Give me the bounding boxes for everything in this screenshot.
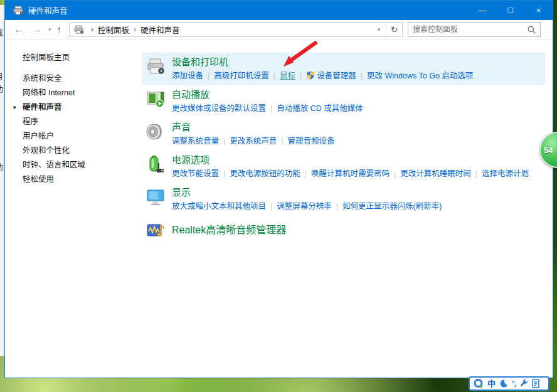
- punctuation-icon[interactable]: °,: [512, 379, 516, 389]
- link-separator: |: [219, 169, 230, 178]
- link-separator: |: [219, 137, 230, 146]
- link-separator: |: [471, 169, 482, 178]
- task-link[interactable]: 调整屏幕分辨率: [277, 202, 332, 211]
- printer-icon: [146, 56, 166, 77]
- history-dropdown-icon[interactable]: ▾: [46, 20, 53, 39]
- link-separator: |: [269, 72, 280, 80]
- task-link[interactable]: 更改电源按钮的功能: [230, 169, 300, 178]
- realtek-audio-icon: [146, 221, 166, 241]
- section-title-devices-printers[interactable]: 设备和打印机: [172, 56, 228, 68]
- sidebar-item[interactable]: 程序: [23, 115, 142, 129]
- section-links: 更改媒体或设备的默认设置|自动播放 CD 或其他媒体: [172, 103, 363, 114]
- section-links: 放大或缩小文本和其他项目|调整屏幕分辨率|如何更正显示器闪烁(刷新率): [172, 201, 442, 212]
- task-link[interactable]: 更改媒体或设备的默认设置: [172, 104, 266, 113]
- hardware-sound-icon: [13, 6, 24, 16]
- section-links: 调整系统音量|更改系统声音|管理音频设备: [172, 135, 335, 147]
- section-title-power-options[interactable]: 电源选项: [172, 154, 210, 166]
- active-bullet-icon: •: [13, 100, 16, 115]
- task-link[interactable]: 调整系统音量: [172, 137, 219, 146]
- task-link[interactable]: 管理音频设备: [288, 137, 335, 146]
- sogou-logo-icon[interactable]: [474, 379, 484, 389]
- badge-value: 54: [544, 146, 553, 155]
- ime-chinese-mode[interactable]: 中: [487, 379, 496, 389]
- task-link[interactable]: 如何更正显示器闪烁(刷新率): [342, 202, 442, 211]
- titlebar[interactable]: 硬件和声音 — □ ×: [5, 1, 553, 20]
- window-title: 硬件和声音: [28, 4, 68, 16]
- task-link[interactable]: 更改计算机睡眠时间: [400, 169, 471, 178]
- sidebar-item[interactable]: 系统和安全: [23, 72, 142, 86]
- speaker-icon: [146, 122, 166, 142]
- section-display: 显示放大或缩小文本和其他项目|调整屏幕分辨率|如何更正显示器闪烁(刷新率): [142, 183, 545, 216]
- section-links: 添加设备|高级打印机设置|鼠标|设备管理器|更改 Windows To Go 启…: [172, 70, 473, 82]
- task-link[interactable]: 更改 Windows To Go 启动选项: [367, 72, 473, 80]
- address-bar[interactable]: › 控制面板 › 硬件和声音 ▾ ↻: [69, 22, 403, 37]
- autoplay-icon: [146, 89, 166, 109]
- address-dropdown-icon[interactable]: ▾: [372, 23, 386, 36]
- task-link[interactable]: 添加设备: [172, 72, 203, 80]
- breadcrumb-control-panel[interactable]: 控制面板: [98, 24, 129, 36]
- sidebar-item[interactable]: 外观和个性化: [23, 144, 142, 158]
- battery-icon: [146, 154, 166, 174]
- desktop: 戏月功1功 硬件和声音 — □ × ← → ▾ ↑ › 控制面板 › 硬件和声音: [0, 0, 557, 392]
- sidebar-item[interactable]: 用户帐户: [23, 129, 142, 144]
- section-power-options: 电源选项更改节能设置|更改电源按钮的功能|唤醒计算机时需要密码|更改计算机睡眠时…: [142, 151, 545, 183]
- section-title-realtek[interactable]: Realtek高清晰音频管理器: [172, 224, 286, 236]
- link-separator: |: [203, 72, 214, 80]
- task-link[interactable]: 设备管理器: [306, 72, 356, 80]
- task-link[interactable]: 高级打印机设置: [214, 72, 269, 80]
- task-link[interactable]: 鼠标: [280, 72, 295, 80]
- link-separator: |: [356, 72, 367, 80]
- window-body: 控制面板主页 系统和安全网络和 Internet•硬件和声音程序用户帐户外观和个…: [5, 40, 553, 378]
- background-window-sliver: 戏月功1功: [0, 5, 4, 356]
- link-separator: |: [277, 137, 287, 146]
- task-link[interactable]: 唤醒计算机时需要密码: [311, 169, 390, 178]
- sidebar-item[interactable]: •硬件和声音: [23, 100, 142, 115]
- task-link[interactable]: 更改系统声音: [230, 137, 277, 146]
- section-realtek: Realtek高清晰音频管理器: [142, 216, 545, 245]
- link-separator: |: [390, 169, 400, 178]
- link-separator: |: [300, 169, 311, 178]
- link-separator: |: [266, 202, 277, 211]
- minimize-button[interactable]: —: [468, 1, 496, 20]
- section-sound: 声音调整系统音量|更改系统声音|管理音频设备: [142, 118, 545, 151]
- ime-toolbar[interactable]: 中 °,: [469, 376, 549, 391]
- breadcrumb-separator: ›: [87, 25, 98, 34]
- section-devices-printers: 设备和打印机添加设备|高级打印机设置|鼠标|设备管理器|更改 Windows T…: [142, 53, 545, 85]
- breadcrumb-hardware-sound[interactable]: 硬件和声音: [141, 24, 180, 36]
- link-separator: |: [295, 72, 306, 80]
- sidebar-item[interactable]: 网络和 Internet: [23, 86, 142, 100]
- sidebar-item-home[interactable]: 控制面板主页: [23, 51, 142, 63]
- breadcrumb-separator: ›: [129, 25, 141, 34]
- link-separator: |: [332, 202, 342, 211]
- sidebar: 控制面板主页 系统和安全网络和 Internet•硬件和声音程序用户帐户外观和个…: [5, 40, 142, 378]
- search-box: [408, 22, 541, 37]
- sections: 设备和打印机添加设备|高级打印机设置|鼠标|设备管理器|更改 Windows T…: [142, 40, 553, 378]
- task-link[interactable]: 放大或缩小文本和其他项目: [172, 202, 266, 211]
- sidebar-item[interactable]: 时钟、语言和区域: [23, 158, 142, 172]
- navigation-bar: ← → ▾ ↑ › 控制面板 › 硬件和声音 ▾ ↻: [5, 20, 553, 40]
- close-button[interactable]: ×: [524, 1, 553, 20]
- maximize-button[interactable]: □: [496, 1, 524, 20]
- section-autoplay: 自动播放更改媒体或设备的默认设置|自动播放 CD 或其他媒体: [142, 85, 545, 118]
- up-icon[interactable]: ↑: [53, 20, 66, 39]
- section-links: 更改节能设置|更改电源按钮的功能|唤醒计算机时需要密码|更改计算机睡眠时间|选择…: [172, 168, 529, 179]
- task-link[interactable]: 选择电源计划: [482, 169, 529, 178]
- clipboard-icon[interactable]: [532, 379, 539, 389]
- moon-icon[interactable]: [499, 379, 508, 389]
- control-panel-window: 硬件和声音 — □ × ← → ▾ ↑ › 控制面板 › 硬件和声音 ▾ ↻: [4, 0, 553, 378]
- refresh-icon[interactable]: ↻: [386, 23, 402, 36]
- search-icon[interactable]: [527, 25, 536, 34]
- task-link[interactable]: 更改节能设置: [172, 169, 219, 178]
- forward-icon[interactable]: →: [28, 20, 46, 39]
- window-controls: — □ ×: [468, 1, 553, 20]
- section-title-sound[interactable]: 声音: [172, 121, 191, 134]
- sidebar-list: 系统和安全网络和 Internet•硬件和声音程序用户帐户外观和个性化时钟、语言…: [23, 72, 142, 187]
- search-input[interactable]: [408, 23, 540, 36]
- section-title-display[interactable]: 显示: [172, 186, 191, 199]
- back-icon[interactable]: ←: [10, 20, 28, 39]
- uac-shield-icon: [306, 71, 315, 80]
- sidebar-item[interactable]: 轻松使用: [23, 172, 142, 187]
- wrench-icon[interactable]: [519, 379, 528, 389]
- task-link[interactable]: 自动播放 CD 或其他媒体: [277, 104, 363, 113]
- section-title-autoplay[interactable]: 自动播放: [172, 88, 210, 101]
